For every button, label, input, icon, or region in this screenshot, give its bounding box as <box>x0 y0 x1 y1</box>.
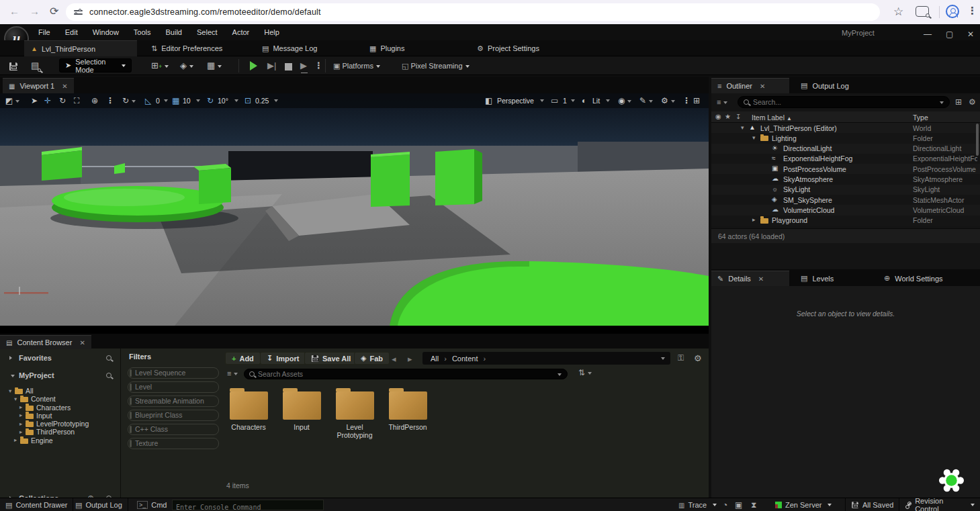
column-type[interactable]: Type <box>913 113 928 122</box>
rotate-tool-icon[interactable]: ↻ <box>59 95 66 106</box>
tree-item-thirdperson[interactable]: ▸ThirdPerson <box>0 428 121 436</box>
filter-pill-streamable-animation[interactable]: Streamable Animation <box>128 396 219 407</box>
transform-more-icon[interactable]: ⋮ <box>106 95 114 106</box>
tab-search-icon[interactable] <box>916 6 929 17</box>
close-button[interactable]: ✕ <box>967 30 974 39</box>
tree-caret-icon[interactable]: ▸ <box>19 412 22 418</box>
insights-icon[interactable]: ◔ <box>723 501 727 509</box>
menu-help[interactable]: Help <box>257 26 287 39</box>
menu-build[interactable]: Build <box>159 26 189 39</box>
menu-window[interactable]: Window <box>85 26 126 39</box>
move-tool-icon[interactable]: ✛ <box>44 95 51 106</box>
screenshot-icon[interactable]: ▣ <box>735 501 742 509</box>
favorites-section[interactable]: Favorites <box>0 351 121 366</box>
outliner-search[interactable] <box>738 96 950 108</box>
quad-view-icon[interactable]: ⊞ <box>693 95 700 106</box>
tree-caret-icon[interactable]: ▾ <box>14 396 17 402</box>
expand-caret-icon[interactable]: ▸ <box>752 216 756 223</box>
add-actor-icon[interactable]: ⊞+ <box>151 60 169 73</box>
actor-label[interactable]: Lvl_ThirdPerson (Editor) <box>760 124 837 132</box>
save-all-button[interactable]: Save All <box>304 352 357 365</box>
save-icon[interactable] <box>9 62 17 74</box>
content-browser-close-icon[interactable]: ✕ <box>79 339 85 346</box>
menu-select[interactable]: Select <box>189 26 225 39</box>
actor-label[interactable]: ExponentialHeightFog <box>783 154 852 162</box>
output-log-tab[interactable]: ▤ Output Log <box>795 78 855 93</box>
tree-item-content[interactable]: ▾Content <box>0 395 121 403</box>
tree-item-engine[interactable]: ▸Engine <box>0 436 121 445</box>
add-button[interactable]: + Add <box>225 352 261 365</box>
breadcrumb-bar[interactable]: All›Content› <box>422 352 670 365</box>
asset-folder-thirdperson[interactable]: ThirdPerson <box>383 391 433 432</box>
actor-label[interactable]: VolumetricCloud <box>783 206 834 214</box>
outliner-row[interactable]: ☼SkyLightSkyLight <box>711 185 980 195</box>
content-drawer-button[interactable]: ▤ Content Drawer <box>0 498 73 511</box>
tree-caret-icon[interactable]: ▸ <box>19 420 22 427</box>
play-icon[interactable] <box>250 61 257 74</box>
tab-plugins[interactable]: ▦ Plugins <box>363 40 411 56</box>
hourglass-icon[interactable]: ⧗ <box>751 501 756 509</box>
actor-label[interactable]: Lighting <box>772 134 797 142</box>
actor-label[interactable]: SkyAtmosphere <box>783 175 833 183</box>
project-search-icon[interactable] <box>106 373 112 378</box>
tree-item-all[interactable]: ▾All <box>0 387 121 395</box>
viewport-more-icon[interactable]: ⋮ <box>682 95 691 106</box>
content-browser-icon[interactable]: ▤ <box>31 60 39 72</box>
breadcrumb-segment[interactable]: Content <box>452 355 478 363</box>
show-flags-icon[interactable]: ◉ <box>618 95 631 106</box>
details-tab[interactable]: ✎ Details ✕ <box>711 271 789 286</box>
outliner-row[interactable]: ≈ExponentialHeightFogExponentialHeightFo… <box>711 154 980 164</box>
project-section[interactable]: MyProject <box>0 369 121 383</box>
viewport-tab-close-icon[interactable]: ✕ <box>62 83 67 90</box>
actor-label[interactable]: SM_SkySphere <box>783 196 832 204</box>
filter-pill-c-class[interactable]: C++ Class <box>128 424 219 435</box>
outliner-row[interactable]: ☁VolumetricCloudVolumetricCloud <box>711 205 980 215</box>
menu-file[interactable]: File <box>31 26 58 39</box>
world-settings-tab[interactable]: ⊕ World Settings <box>878 271 949 286</box>
tab-message-log[interactable]: ▤ Message Log <box>255 40 324 56</box>
outliner-row[interactable]: ◈SM_SkySphereStaticMeshActor <box>711 195 980 205</box>
asset-folder-input[interactable]: Input <box>277 391 326 432</box>
outliner-row[interactable]: ▾▲Lvl_ThirdPerson (Editor)World <box>711 123 980 133</box>
levels-tab[interactable]: ▤ Levels <box>795 271 840 286</box>
fab-button[interactable]: ◈ Fab <box>354 352 390 365</box>
outliner-row[interactable]: ▣PostProcessVolumePostProcessVolume <box>711 164 980 174</box>
zen-server-dropdown[interactable]: Zen Server <box>770 498 837 511</box>
viewport-settings-gear-icon[interactable]: ⚙ <box>661 95 675 106</box>
all-saved-button[interactable]: All Saved <box>845 498 899 511</box>
viewport-tab[interactable]: ▦ Viewport 1 ✕ <box>3 78 74 93</box>
breadcrumb-segment[interactable]: All <box>431 355 439 363</box>
viewport-3d-scene[interactable] <box>0 93 709 334</box>
outliner-tab-close-icon[interactable]: ✕ <box>760 83 765 90</box>
menu-edit[interactable]: Edit <box>58 26 85 39</box>
lock-icon[interactable]: ⚿ <box>678 354 684 362</box>
asset-search[interactable] <box>244 369 568 379</box>
stop-icon[interactable] <box>285 62 292 74</box>
reload-icon[interactable]: ⟳ <box>50 5 58 17</box>
scale-snap-icon[interactable]: ⊡ <box>244 95 251 106</box>
filter-pill-level[interactable]: Level <box>128 381 219 393</box>
menu-tools[interactable]: Tools <box>126 26 159 39</box>
tree-item-levelprototyping[interactable]: ▸LevelPrototyping <box>0 420 121 428</box>
perspective-dropdown[interactable]: Perspective <box>497 97 534 105</box>
url-text[interactable]: connector.eagle3dstreaming.com/remoteedi… <box>89 7 321 17</box>
import-button[interactable]: ↧ Import <box>260 352 306 365</box>
back-icon[interactable]: ← <box>9 5 19 17</box>
tree-caret-icon[interactable]: ▸ <box>19 404 22 410</box>
favorites-caret-icon[interactable] <box>9 356 12 360</box>
filter-pill-level-sequence[interactable]: Level Sequence <box>128 367 219 379</box>
actor-label[interactable]: PostProcessVolume <box>783 165 846 173</box>
tree-caret-icon[interactable]: ▸ <box>19 428 22 435</box>
tree-item-characters[interactable]: ▸Characters <box>0 404 121 412</box>
actor-label[interactable]: Playground <box>772 216 807 224</box>
camera-speed-icon[interactable]: ▭ <box>551 95 558 106</box>
outliner-row[interactable]: ☀DirectionalLightDirectionalLight <box>711 144 980 154</box>
tab-editor-preferences[interactable]: ⇅ Editor Preferences <box>144 40 229 56</box>
tree-item-input[interactable]: ▸Input <box>0 412 121 420</box>
view-mode-dropdown[interactable]: Lit <box>592 97 600 105</box>
outliner-row[interactable]: ☁SkyAtmosphereSkyAtmosphere <box>711 174 980 184</box>
surface-snap-icon[interactable]: ↻ <box>122 95 136 106</box>
add-folder-icon[interactable]: ⊞ <box>955 98 962 106</box>
outliner-filter-icon[interactable]: ≡ <box>717 99 727 106</box>
outliner-settings-gear-icon[interactable]: ⚙ <box>969 98 976 106</box>
